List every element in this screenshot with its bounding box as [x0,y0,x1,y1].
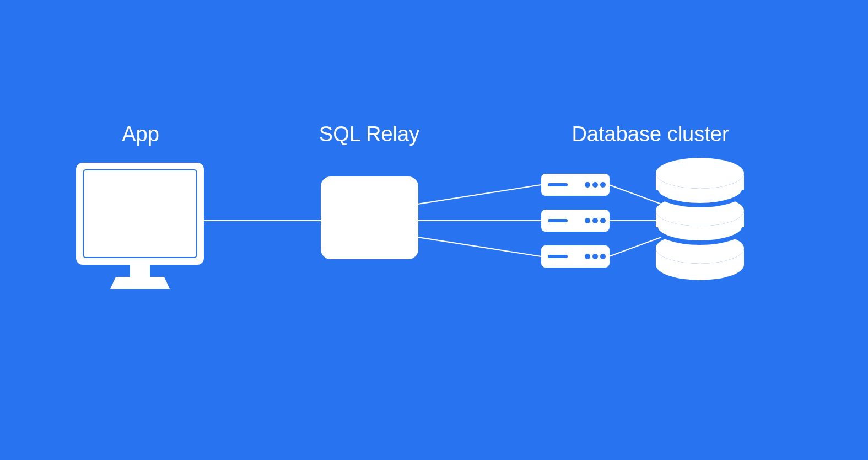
svg-point-7 [585,182,590,188]
connection-relay-server3 [418,237,541,256]
server-icon [541,174,610,196]
connection-server1-db [609,185,661,204]
database-cylinder-icon [656,158,744,280]
svg-point-14 [600,218,606,223]
svg-point-12 [585,218,590,223]
svg-rect-2 [84,170,196,257]
svg-point-18 [592,254,598,259]
architecture-diagram: App SQL Relay Database cluster [0,0,868,460]
svg-rect-6 [548,183,568,186]
svg-rect-16 [548,255,568,258]
svg-point-19 [600,254,606,259]
svg-rect-3 [130,265,150,277]
svg-rect-11 [548,219,568,222]
svg-point-22 [656,158,744,189]
svg-point-8 [592,182,598,188]
server-icon [541,245,610,268]
connection-server3-db [609,237,661,256]
svg-point-13 [592,218,598,223]
server-icon [541,210,610,232]
monitor-icon [76,163,204,289]
connection-relay-server1 [418,185,541,204]
svg-point-17 [585,254,590,259]
diagram-svg [0,0,868,460]
svg-point-9 [600,182,606,188]
relay-box-icon [321,176,418,259]
server-stack-icon [541,174,610,268]
svg-rect-4 [321,176,418,259]
